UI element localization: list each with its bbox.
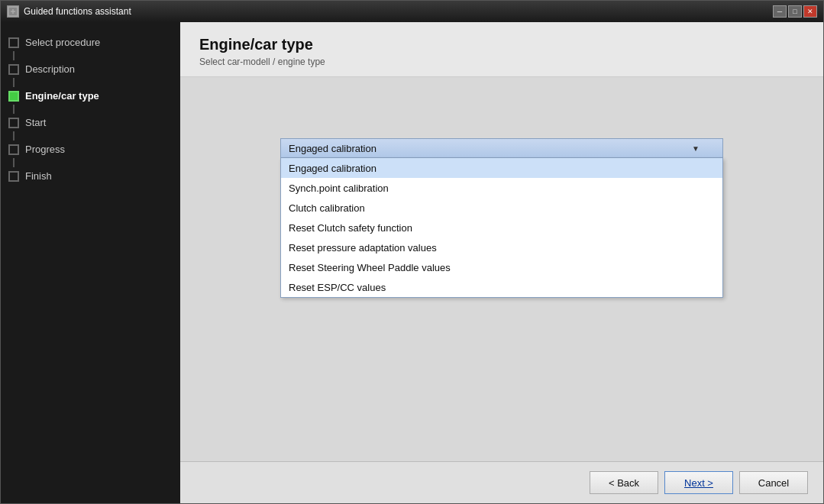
step-indicator-description — [8, 64, 19, 75]
dropdown-trigger[interactable]: Engaged calibration ▼ — [280, 138, 723, 158]
page-title: Engine/car type — [199, 36, 804, 53]
connector-1 — [13, 51, 15, 60]
window-title: Guided functions assistant — [24, 6, 131, 17]
connector-2 — [13, 78, 15, 87]
minimize-button[interactable]: ─ — [773, 5, 787, 18]
step-label-select-procedure: Select procedure — [25, 37, 100, 48]
dropdown-option-5[interactable]: Reset Steering Wheel Paddle values — [281, 257, 722, 277]
dropdown-option-4[interactable]: Reset pressure adaptation values — [281, 237, 722, 257]
sidebar-item-select-procedure[interactable]: Select procedure — [8, 34, 173, 51]
steps-container: Select procedure Description Engine/car … — [8, 34, 173, 185]
sidebar-item-description[interactable]: Description — [8, 60, 173, 78]
step-label-start: Start — [25, 117, 46, 128]
page-subtitle: Select car-modell / engine type — [199, 57, 804, 67]
main-panel: Engine/car type Select car-modell / engi… — [180, 22, 823, 503]
dropdown-option-3[interactable]: Reset Clutch safety function — [281, 218, 722, 237]
dropdown-container: Engaged calibration ▼ Engaged calibratio… — [280, 138, 723, 158]
main-header: Engine/car type Select car-modell / engi… — [180, 22, 823, 77]
connector-4 — [13, 131, 15, 141]
step-indicator-progress — [8, 144, 19, 155]
step-indicator-start — [8, 118, 19, 128]
sidebar-item-finish[interactable]: Finish — [8, 167, 173, 185]
sidebar: Select procedure Description Engine/car … — [1, 22, 180, 503]
step-indicator-finish — [8, 171, 19, 182]
back-button[interactable]: < Back — [590, 471, 658, 494]
dropdown-option-1[interactable]: Synch.point calibration — [281, 178, 722, 198]
dropdown-option-6[interactable]: Reset ESP/CC values — [281, 277, 722, 297]
main-content: Engaged calibration ▼ Engaged calibratio… — [180, 77, 823, 461]
step-label-description: Description — [25, 63, 75, 75]
connector-5 — [13, 158, 15, 167]
dropdown-selected-value: Engaged calibration — [289, 143, 376, 154]
dropdown-list: Engaged calibration Synch.point calibrat… — [280, 158, 723, 298]
step-label-progress: Progress — [25, 144, 65, 155]
footer: < Back Next > Cancel — [180, 461, 823, 503]
step-indicator-engine-car-type — [8, 91, 19, 102]
sidebar-item-start[interactable]: Start — [8, 114, 173, 131]
maximize-button[interactable]: □ — [788, 5, 802, 18]
dropdown-option-0[interactable]: Engaged calibration — [281, 158, 722, 178]
step-indicator-select-procedure — [8, 37, 19, 48]
next-button[interactable]: Next > — [664, 471, 733, 494]
sidebar-item-engine-car-type[interactable]: Engine/car type — [8, 87, 173, 105]
step-label-finish: Finish — [25, 170, 52, 182]
title-buttons: ─ □ ✕ — [773, 5, 817, 18]
sidebar-item-progress[interactable]: Progress — [8, 141, 173, 158]
content-area: Select procedure Description Engine/car … — [1, 22, 823, 503]
close-button[interactable]: ✕ — [803, 5, 817, 18]
step-label-engine-car-type: Engine/car type — [25, 90, 99, 102]
connector-3 — [13, 105, 15, 114]
main-window: Guided functions assistant ─ □ ✕ Select … — [0, 0, 824, 504]
cancel-button[interactable]: Cancel — [739, 471, 808, 494]
wizard-icon — [7, 5, 19, 18]
chevron-down-icon: ▼ — [692, 144, 700, 153]
dropdown-option-2[interactable]: Clutch calibration — [281, 198, 722, 218]
title-bar: Guided functions assistant ─ □ ✕ — [1, 1, 823, 22]
title-bar-left: Guided functions assistant — [7, 5, 131, 18]
